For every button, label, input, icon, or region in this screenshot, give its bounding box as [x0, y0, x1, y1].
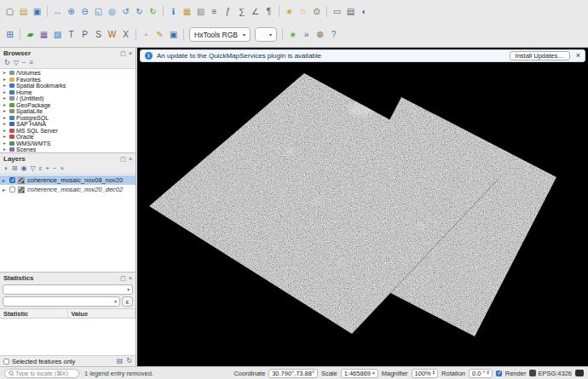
expander-icon[interactable]: ▸	[3, 83, 8, 89]
filter-legend-icon[interactable]: ▽	[31, 165, 36, 172]
identify-features-icon[interactable]: ℹ	[167, 5, 180, 18]
expander-icon[interactable]: ▸	[3, 187, 7, 192]
data-source-manager-icon[interactable]: ⊞	[3, 28, 16, 41]
refresh-map-icon[interactable]: ↻	[147, 5, 159, 18]
browser-item-spatial-bookmarks[interactable]: ▸ Spatial Bookmarks	[0, 83, 135, 89]
selected-features-only-checkbox[interactable]	[3, 359, 9, 365]
expander-icon[interactable]: ▸	[3, 116, 8, 121]
filter-by-expression-icon[interactable]: ε	[39, 165, 43, 172]
properties-widget-icon[interactable]: ≡	[30, 60, 34, 66]
recalculate-statistics-icon[interactable]: ↻	[126, 358, 132, 365]
zoom-native-icon[interactable]: ◎	[106, 5, 118, 18]
hxtools-rgb-combo[interactable]: HxTools RGB ▾	[189, 27, 251, 42]
collapse-all-icon[interactable]: −	[53, 165, 57, 172]
browser-item-untitled[interactable]: ▸ / (Untitled)	[0, 95, 135, 102]
add-group-icon[interactable]: ⊞	[12, 165, 18, 172]
remove-layer-icon[interactable]: ×	[61, 165, 65, 172]
expander-icon[interactable]: ▸	[3, 109, 8, 114]
browser-item-spatialite[interactable]: ▸ SpatiaLite	[0, 108, 135, 115]
copy-statistics-icon[interactable]: ▤	[117, 358, 124, 365]
show-bookmarks-icon[interactable]: ☆	[297, 5, 309, 18]
expander-icon[interactable]: ▸	[3, 122, 8, 127]
zoom-last-icon[interactable]: ↺	[119, 5, 132, 18]
expand-all-icon[interactable]: +	[45, 165, 49, 172]
statistics-layer-combo[interactable]: ▾	[3, 284, 133, 295]
expander-icon[interactable]: ▸	[3, 135, 8, 140]
add-mesh-layer-icon[interactable]: ▨	[51, 28, 64, 41]
rotation-spinbox[interactable]: 0.0 ° ▴▾	[469, 369, 493, 378]
new-print-layout-icon[interactable]: ▭	[331, 5, 343, 18]
add-wms-layer-icon[interactable]: W	[106, 28, 118, 41]
scale-combo[interactable]: 1:465869 ▾	[341, 369, 378, 378]
browser-item-geopackage[interactable]: ▸ GeoPackage	[0, 102, 135, 109]
select-features-icon[interactable]: ▦	[181, 5, 193, 18]
install-updates-button[interactable]: Install Updates…	[510, 51, 570, 60]
float-panel-icon[interactable]: ▢	[120, 275, 126, 281]
expander-icon[interactable]: ▸	[3, 141, 8, 146]
python-console-icon[interactable]: »	[300, 28, 313, 41]
style-manager-icon[interactable]: ◐	[358, 5, 371, 18]
layer-visibility-checkbox[interactable]	[9, 177, 15, 183]
browser-item-postgresql[interactable]: ▸ PostgreSQL	[0, 115, 135, 122]
browser-item-home[interactable]: ▸ Home	[0, 89, 135, 96]
magnifier-spinbox[interactable]: 100% ▴▾	[412, 369, 438, 378]
crs-status[interactable]: EPSG:4326	[529, 370, 572, 377]
browser-item-ms-sql-server[interactable]: ▸ MS SQL Server	[0, 128, 135, 135]
close-panel-icon[interactable]: ×	[129, 50, 132, 56]
pan-map-icon[interactable]: ↔	[51, 5, 64, 18]
collapse-all-icon[interactable]: −	[22, 60, 26, 66]
expander-icon[interactable]: ▸	[3, 178, 7, 183]
browser-item-oracle[interactable]: ▸ Oracle	[0, 134, 135, 141]
stepper-icon[interactable]: ▴▾	[433, 370, 435, 375]
add-delimited-text-icon[interactable]: T	[65, 28, 78, 41]
add-raster-layer-icon[interactable]: ▦	[37, 28, 50, 41]
band-selector-combo[interactable]: ▾	[255, 27, 277, 42]
manage-map-themes-icon[interactable]: ◉	[21, 165, 27, 172]
add-postgis-layer-icon[interactable]: P	[78, 28, 91, 41]
deselect-features-icon[interactable]: ▧	[194, 5, 207, 18]
open-layer-styling-icon[interactable]: ◐	[4, 165, 9, 172]
expander-icon[interactable]: ▸	[3, 71, 8, 76]
zoom-next-icon[interactable]: ↻	[133, 5, 146, 18]
zoom-in-icon[interactable]: ⊕	[65, 5, 78, 18]
toggle-editing-icon[interactable]: ✎	[153, 28, 166, 41]
layer-row-coherence-mosaic-nov08-nov20[interactable]: ▸ coherence_mosaic_nov08_nov20	[0, 175, 135, 185]
temporal-controller-icon[interactable]: ⊙	[310, 5, 323, 18]
zoom-full-icon[interactable]: ◱	[92, 5, 105, 18]
float-panel-icon[interactable]: ▢	[120, 156, 126, 162]
new-shapefile-icon[interactable]: ▫	[140, 28, 153, 41]
new-bookmark-icon[interactable]: ★	[283, 5, 296, 18]
save-project-icon[interactable]: ▣	[31, 5, 43, 18]
close-panel-icon[interactable]: ×	[129, 275, 132, 281]
expander-icon[interactable]: ▸	[3, 78, 8, 83]
expression-button[interactable]: ε	[122, 296, 133, 307]
close-panel-icon[interactable]: ×	[129, 156, 132, 162]
messages-icon[interactable]	[575, 370, 584, 376]
expander-icon[interactable]: ▸	[3, 96, 8, 101]
browser-item-sap-hana[interactable]: ▸ SAP HANA	[0, 121, 135, 128]
add-xyz-layer-icon[interactable]: X	[119, 28, 132, 41]
new-project-icon[interactable]: ▢	[3, 5, 16, 18]
browser-item-scenes[interactable]: ▸ Scenes	[0, 146, 135, 152]
add-vector-layer-icon[interactable]: ▰	[24, 28, 37, 41]
add-spatialite-layer-icon[interactable]: S	[92, 28, 105, 41]
zoom-out-icon[interactable]: ⊖	[78, 5, 91, 18]
expander-icon[interactable]: ▸	[3, 129, 8, 134]
render-checkbox[interactable]	[496, 370, 502, 376]
layer-row-coherence-mosaic-nov20-dec02[interactable]: ▸ coherence_mosaic_nov20_dec02	[0, 185, 135, 194]
statistical-summary-icon[interactable]: ∑	[235, 5, 248, 18]
layer-visibility-checkbox[interactable]	[9, 187, 15, 192]
coordinate-value-box[interactable]: 30.790°,73.88°	[268, 369, 318, 378]
field-calculator-icon[interactable]: ƒ	[222, 5, 234, 18]
expander-icon[interactable]: ▸	[3, 103, 8, 108]
expander-icon[interactable]: ▸	[3, 147, 8, 152]
processing-toolbox-icon[interactable]: ⊛	[314, 28, 326, 41]
layout-manager-icon[interactable]: ▤	[344, 5, 357, 18]
float-panel-icon[interactable]: ▢	[120, 50, 126, 56]
locate-search-box[interactable]	[4, 369, 79, 378]
map-canvas[interactable]: i An update to the QuickMapServices plug…	[137, 48, 588, 366]
open-attribute-table-icon[interactable]: ≡	[208, 5, 221, 18]
expander-icon[interactable]: ▸	[3, 90, 8, 95]
stepper-icon[interactable]: ▴▾	[487, 370, 489, 375]
filter-browser-icon[interactable]: ▽	[14, 60, 19, 66]
